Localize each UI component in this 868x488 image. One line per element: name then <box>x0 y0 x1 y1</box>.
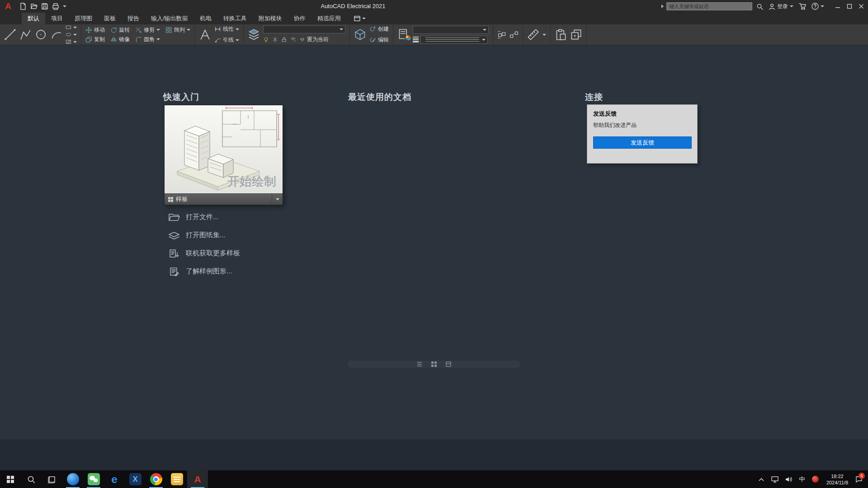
help-icon[interactable] <box>810 1 826 12</box>
recent-grid-view-button[interactable] <box>430 361 438 368</box>
circle-tool-icon[interactable] <box>35 28 47 41</box>
new-file-icon[interactable] <box>18 1 28 11</box>
measure-dropdown-icon[interactable] <box>542 34 546 36</box>
create-block-tool[interactable]: 创建 <box>369 25 389 33</box>
layer-lock-icon[interactable] <box>281 37 287 42</box>
ungroup-tool-icon[interactable] <box>509 30 519 39</box>
recent-list-view-button[interactable] <box>416 361 423 368</box>
tab-import-export[interactable]: 输入/输出数据 <box>145 13 194 24</box>
minimize-button[interactable] <box>832 0 844 13</box>
lineweight-icon[interactable] <box>413 37 419 42</box>
tab-default[interactable]: 默认 <box>22 13 45 24</box>
clock-time: 18:22 <box>831 474 844 479</box>
infocenter-collapse-icon[interactable] <box>661 5 664 8</box>
tray-expand-chevron-icon[interactable] <box>755 470 768 488</box>
linear-dimension-tool[interactable]: 线性 <box>214 25 239 33</box>
search-input[interactable] <box>666 2 752 10</box>
fillet-tool[interactable]: 圆角 <box>135 35 160 44</box>
tab-conversion-tools[interactable]: 转换工具 <box>217 13 253 24</box>
tray-volume-icon[interactable] <box>782 470 795 488</box>
array-tool[interactable]: 阵列 <box>165 26 190 34</box>
quick-access-dropdown-icon[interactable] <box>61 1 68 11</box>
close-button[interactable] <box>855 0 867 13</box>
taskbar-app-chrome[interactable] <box>146 470 166 488</box>
text-tool-icon[interactable] <box>199 28 211 41</box>
more-templates-link[interactable]: 联机获取更多样板 <box>168 248 240 259</box>
leader-tool[interactable]: 引线 <box>214 36 239 44</box>
hatch-tool-icon[interactable] <box>66 39 77 45</box>
mirror-label: 镜像 <box>119 36 130 43</box>
linetype-dropdown[interactable] <box>420 36 488 44</box>
mirror-tool[interactable]: 镜像 <box>110 35 130 44</box>
template-label: 样板 <box>176 195 188 203</box>
tray-antivirus-icon[interactable] <box>809 470 822 488</box>
send-feedback-button[interactable]: 发送反馈 <box>593 136 692 149</box>
copy-tool[interactable]: 复制 <box>85 35 105 44</box>
layer-state-bulb-icon[interactable] <box>263 37 269 42</box>
tab-reports[interactable]: 报告 <box>122 13 145 24</box>
line-tool-icon[interactable] <box>4 28 16 41</box>
rotate-label: 旋转 <box>119 26 130 34</box>
tab-add-ins[interactable]: 附加模块 <box>253 13 288 24</box>
taskbar-app-notes[interactable] <box>166 470 187 488</box>
rotate-tool[interactable]: 旋转 <box>110 26 130 34</box>
taskbar-app-wechat[interactable] <box>83 470 104 488</box>
layer-dropdown[interactable] <box>263 25 345 33</box>
linear-label: 线性 <box>223 25 234 33</box>
signin-button[interactable]: 登录 <box>767 1 795 12</box>
task-view-button[interactable] <box>42 470 62 488</box>
set-current-layer-button[interactable]: 置为当前 <box>299 35 329 44</box>
recent-restore-view-button[interactable] <box>445 361 452 368</box>
layer-properties-icon[interactable] <box>248 28 260 41</box>
taskbar-clock[interactable]: 18:22 2024/11/8 <box>823 473 852 486</box>
object-color-dropdown[interactable] <box>413 26 489 34</box>
layer-match-icon[interactable] <box>290 37 296 42</box>
sample-drawings-link[interactable]: 了解样例图形... <box>168 266 240 277</box>
fillet-dropdown-icon <box>156 38 160 40</box>
measure-tool-icon[interactable] <box>527 28 539 41</box>
copy-with-base-point-icon[interactable] <box>570 28 582 41</box>
trim-tool[interactable]: 修剪 <box>135 26 160 34</box>
paste-icon[interactable] <box>555 28 567 41</box>
taskbar-app-autocad[interactable]: A <box>187 470 208 488</box>
maximize-button[interactable] <box>844 0 855 13</box>
ribbon-display-toggle[interactable] <box>354 13 366 24</box>
tray-pc-icon[interactable] <box>769 470 781 488</box>
move-tool[interactable]: 移动 <box>85 26 105 34</box>
start-button[interactable] <box>0 470 21 488</box>
start-drawing-card[interactable]: 开始绘制 样板 <box>165 105 283 205</box>
arc-tool-icon[interactable] <box>50 28 62 41</box>
tab-panel[interactable]: 面板 <box>98 13 122 24</box>
search-icon[interactable] <box>755 1 764 12</box>
tab-electromechanical[interactable]: 机电 <box>194 13 217 24</box>
template-dropdown[interactable]: 样板 <box>165 193 283 205</box>
edit-block-tool[interactable]: 编辑 <box>369 36 389 44</box>
tab-featured-apps[interactable]: 精选应用 <box>311 13 347 24</box>
ime-indicator[interactable]: 中 <box>796 470 808 488</box>
taskbar-app-thunder[interactable]: X <box>125 470 146 488</box>
thunder-app-icon: X <box>129 473 142 485</box>
layer-freeze-icon[interactable] <box>272 37 278 42</box>
taskbar-app-edge[interactable]: e <box>104 470 125 488</box>
notification-center-icon[interactable]: 5 <box>853 470 865 488</box>
match-properties-icon[interactable] <box>397 28 410 41</box>
taskbar-search-button[interactable] <box>21 470 42 488</box>
autocad-logo-icon[interactable]: A <box>3 1 14 11</box>
insert-block-icon[interactable] <box>354 28 366 41</box>
save-icon[interactable] <box>40 1 50 11</box>
ellipse-tool-icon[interactable] <box>66 32 77 38</box>
group-tool-icon[interactable] <box>497 30 506 39</box>
tab-schematic[interactable]: 原理图 <box>69 13 98 24</box>
taskbar-app-browser[interactable] <box>62 470 83 488</box>
autocad-window: A AutoCAD Electrical 2021 <box>0 0 868 488</box>
rectangle-tool-icon[interactable] <box>66 24 77 30</box>
template-dropdown-arrow-icon[interactable] <box>272 194 283 205</box>
app-store-cart-icon[interactable] <box>797 1 807 12</box>
plot-icon[interactable] <box>51 1 61 11</box>
open-sheet-set-link[interactable]: 打开图纸集... <box>168 230 240 241</box>
tab-project[interactable]: 项目 <box>45 13 69 24</box>
polyline-tool-icon[interactable] <box>19 28 32 41</box>
open-files-link[interactable]: 打开文件... <box>168 211 240 223</box>
open-file-icon[interactable] <box>29 1 39 11</box>
tab-collaborate[interactable]: 协作 <box>288 13 311 24</box>
